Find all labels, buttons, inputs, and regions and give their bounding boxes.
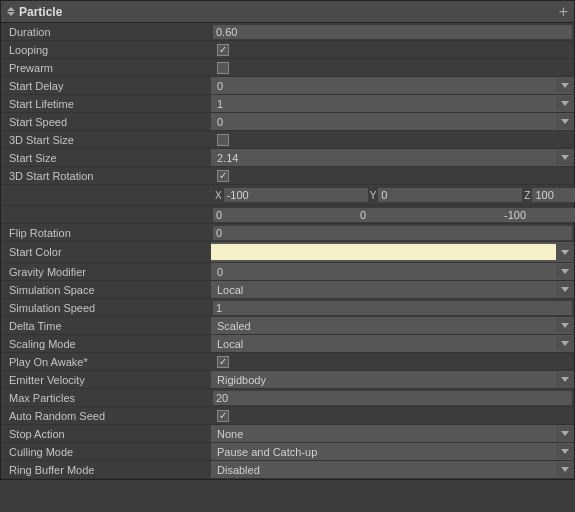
properties-grid: Duration Looping ✓ Prewarm Start Delay 0… [1,23,574,185]
start-delay-text: 0 [213,79,556,93]
y2-input[interactable] [357,208,501,222]
max-particles-value [211,389,574,407]
culling-mode-text: Pause and Catch-up [213,445,556,459]
particle-panel: Particle + Duration Looping ✓ Prewarm St… [0,0,575,480]
start-color-field[interactable] [211,244,556,260]
3d-start-rotation-checkbox[interactable]: ✓ [213,169,233,183]
arrow-down-icon [7,12,15,16]
auto-random-seed-checkbox[interactable]: ✓ [213,409,233,423]
xyz-row-2 [1,206,574,224]
3d-start-size-value [211,131,574,149]
prewarm-value [211,59,574,77]
y-input[interactable] [378,188,522,202]
xyz-row-1: X Y Z [1,185,574,206]
simulation-space-text: Local [213,283,556,297]
start-lifetime-label: Start Lifetime [1,95,211,113]
simulation-speed-label: Simulation Speed [1,299,211,317]
prewarm-checkbox[interactable] [213,61,233,75]
arrow-up-icon [7,7,15,11]
stop-action-arrow[interactable] [556,426,574,441]
simulation-speed-value [211,299,574,317]
ring-buffer-mode-text: Disabled [213,463,556,477]
start-speed-text: 0 [213,115,556,129]
3d-start-size-check-mark [217,134,229,146]
start-size-text: 2.14 [213,151,556,165]
start-color-label: Start Color [1,242,211,263]
start-delay-label: Start Delay [1,77,211,95]
start-size-arrow[interactable] [556,150,574,165]
looping-check-mark: ✓ [217,44,229,56]
gravity-modifier-value[interactable]: 0 [211,263,574,281]
gravity-modifier-text: 0 [213,265,556,279]
xyz-y-block: Y [368,188,523,202]
start-lifetime-value[interactable]: 1 [211,95,574,113]
emitter-velocity-value[interactable]: Rigidbody [211,371,574,389]
start-size-label: Start Size [1,149,211,167]
scaling-mode-value[interactable]: Local [211,335,574,353]
culling-mode-label: Culling Mode [1,443,211,461]
emitter-velocity-arrow[interactable] [556,372,574,387]
emitter-velocity-label: Emitter Velocity [1,371,211,389]
xyz-row2-spacer [1,206,211,223]
xyz-x2-block [213,208,357,222]
stop-action-text: None [213,427,556,441]
gravity-modifier-label: Gravity Modifier [1,263,211,281]
simulation-space-arrow[interactable] [556,282,574,297]
z2-input[interactable] [501,208,575,222]
3d-start-rotation-label: 3D Start Rotation [1,167,211,185]
simulation-space-value[interactable]: Local [211,281,574,299]
max-particles-label: Max Particles [1,389,211,407]
xyz-z2-block [501,208,575,222]
play-on-awake-check-mark: ✓ [217,356,229,368]
duration-input[interactable] [213,25,572,39]
stop-action-value[interactable]: None [211,425,574,443]
3d-start-size-label: 3D Start Size [1,131,211,149]
ring-buffer-mode-label: Ring Buffer Mode [1,461,211,479]
start-color-arrow[interactable] [556,243,574,261]
properties-grid-2: Flip Rotation Start Color Gravity Modifi… [1,224,574,479]
y-label: Y [368,190,379,201]
start-delay-arrow[interactable] [556,78,574,93]
scaling-mode-label: Scaling Mode [1,335,211,353]
flip-rotation-label: Flip Rotation [1,224,211,242]
culling-mode-arrow[interactable] [556,444,574,459]
prewarm-check-mark [217,62,229,74]
panel-title: Particle [19,5,559,19]
ring-buffer-mode-arrow[interactable] [556,462,574,477]
max-particles-input[interactable] [213,391,572,405]
start-speed-arrow[interactable] [556,114,574,129]
xyz-z-block: Z [522,186,575,204]
xyz-x-block: X [213,188,368,202]
emitter-velocity-text: Rigidbody [213,373,556,387]
collapse-arrows[interactable] [7,7,15,16]
start-delay-value[interactable]: 0 [211,77,574,95]
looping-value: ✓ [211,41,574,59]
simulation-speed-input[interactable] [213,301,572,315]
add-button[interactable]: + [559,4,568,20]
x2-input[interactable] [213,208,357,222]
looping-label: Looping [1,41,211,59]
culling-mode-value[interactable]: Pause and Catch-up [211,443,574,461]
gravity-modifier-arrow[interactable] [556,264,574,279]
scaling-mode-arrow[interactable] [556,336,574,351]
x-label: X [213,190,224,201]
delta-time-label: Delta Time [1,317,211,335]
start-speed-value[interactable]: 0 [211,113,574,131]
duration-label: Duration [1,23,211,41]
ring-buffer-mode-value[interactable]: Disabled [211,461,574,479]
xyz-row1-values: X Y Z [211,185,575,205]
start-size-value[interactable]: 2.14 [211,149,574,167]
start-lifetime-arrow[interactable] [556,96,574,111]
z-input[interactable] [532,188,575,202]
start-color-value[interactable] [211,242,574,263]
start-speed-label: Start Speed [1,113,211,131]
looping-checkbox[interactable]: ✓ [213,43,233,57]
flip-rotation-value [211,224,574,242]
flip-rotation-input[interactable] [213,226,572,240]
delta-time-arrow[interactable] [556,318,574,333]
x-input[interactable] [224,188,368,202]
duration-value [211,23,574,41]
3d-start-size-checkbox[interactable] [213,133,233,147]
play-on-awake-checkbox[interactable]: ✓ [213,355,233,369]
delta-time-value[interactable]: Scaled [211,317,574,335]
